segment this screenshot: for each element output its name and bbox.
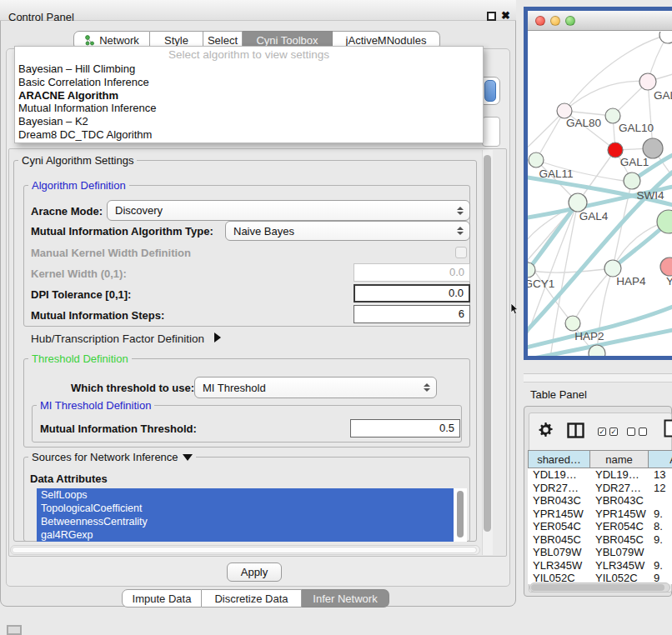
kernel-width-field[interactable]: 0.0 xyxy=(354,263,470,282)
algorithm-option[interactable]: Bayesian – Hill Climbing xyxy=(15,62,483,76)
window-zoom-button[interactable] xyxy=(565,16,575,26)
network-node[interactable] xyxy=(659,32,672,43)
combo-arrows-icon xyxy=(457,227,464,235)
table-cell[interactable]: YDL19… xyxy=(590,468,649,482)
algorithm-popup-list: Bayesian – Hill ClimbingBasic Correlatio… xyxy=(15,62,483,142)
export-table-icon[interactable] xyxy=(664,419,672,441)
table-cell[interactable]: YBR043C xyxy=(590,494,649,508)
hub-section-toggle[interactable]: Hub/Transcription Factor Definition xyxy=(31,332,221,345)
deselect-all-checkbox-icon[interactable] xyxy=(627,428,635,436)
window-minimize-button[interactable] xyxy=(550,16,560,26)
table-row[interactable]: YDL19…YDL19…13 xyxy=(528,468,672,482)
column-header-shared-name[interactable]: shared… xyxy=(528,450,590,468)
algorithm-option[interactable]: ARACNE Algorithm xyxy=(15,89,483,102)
settings-hscroll-thumb[interactable] xyxy=(12,547,477,553)
select-all-checkbox-icon[interactable]: ✓ xyxy=(598,428,606,436)
apply-button[interactable]: Apply xyxy=(227,562,282,582)
network-node[interactable] xyxy=(604,260,621,277)
table-cell[interactable]: YDR27… xyxy=(590,482,649,495)
which-threshold-combo[interactable]: MI Threshold xyxy=(194,377,437,398)
network-node[interactable] xyxy=(660,258,672,276)
table-cell[interactable]: 9. xyxy=(649,533,672,547)
network-edge xyxy=(528,111,564,152)
table-cell[interactable]: YLR345W xyxy=(590,559,649,572)
table-cell[interactable]: 9. xyxy=(649,559,672,572)
algorithm-option[interactable]: Basic Correlation Inference xyxy=(15,76,483,89)
table-cell[interactable] xyxy=(649,546,672,559)
table-cell[interactable]: YBR045C xyxy=(590,533,649,547)
manual-kernel-checkbox[interactable] xyxy=(455,247,467,258)
table-cell[interactable]: YPR145W xyxy=(590,508,649,521)
table-cell[interactable]: YDR27… xyxy=(528,482,590,495)
network-node-label: HAP4 xyxy=(616,275,646,288)
column-header-a[interactable]: A xyxy=(649,450,672,468)
table-row[interactable]: YER054CYER054C8. xyxy=(528,520,672,533)
show-columns-icon[interactable] xyxy=(567,422,584,442)
table-settings-gear-icon[interactable] xyxy=(538,422,554,441)
algorithm-option[interactable]: Mutual Information Inference xyxy=(15,102,483,115)
table-cell[interactable]: YER054C xyxy=(528,520,590,533)
attribute-list-item[interactable]: gal4RGexp xyxy=(37,528,454,542)
combo-spinner-button[interactable] xyxy=(484,80,496,102)
attribute-list-item[interactable]: BetweennessCentrality xyxy=(37,515,454,528)
dpi-tolerance-field[interactable]: 0.0 xyxy=(354,284,470,302)
tab-discretize-data[interactable]: Discretize Data xyxy=(202,589,302,608)
table-panel-title: Table Panel xyxy=(530,388,587,401)
table-cell[interactable]: 12 xyxy=(649,482,672,495)
table-cell[interactable]: YBL079W xyxy=(528,546,590,559)
table-row[interactable]: YBR045CYBR045C9. xyxy=(528,533,672,547)
table-row[interactable]: YBL079WYBL079W xyxy=(528,546,672,559)
attributes-vscroll-thumb[interactable] xyxy=(457,491,464,538)
algorithm-option[interactable]: Bayesian – K2 xyxy=(15,115,483,128)
tab-impute-data[interactable]: Impute Data xyxy=(122,589,202,608)
table-cell[interactable]: YBL079W xyxy=(590,546,649,559)
algorithm-option[interactable]: Dream8 DC_TDC Algorithm xyxy=(15,128,483,142)
attribute-list-item[interactable]: SelfLoops xyxy=(37,488,454,502)
algorithm-popup-placeholder: Select algorithm to view settings xyxy=(15,47,483,62)
table-cell[interactable]: YBR043C xyxy=(528,494,590,508)
table-cell[interactable]: 9. xyxy=(649,508,672,521)
table-cell[interactable] xyxy=(649,494,672,508)
close-panel-icon[interactable]: ✖ xyxy=(501,9,510,22)
network-node-label: GAL80 xyxy=(566,117,601,129)
table-row[interactable]: YBR043CYBR043C xyxy=(528,494,672,508)
table-cell[interactable]: YDL19… xyxy=(528,468,590,482)
network-node[interactable] xyxy=(624,172,640,189)
mi-threshold-label: Mutual Information Threshold: xyxy=(40,422,197,435)
select-all-checkbox-icon-2[interactable]: ✓ xyxy=(609,428,618,436)
table-row[interactable]: YDR27…YDR27…12 xyxy=(528,482,672,495)
table-cell[interactable]: YBR045C xyxy=(528,533,590,547)
network-node[interactable] xyxy=(565,316,580,331)
network-node-label: Y xyxy=(666,275,672,288)
algorithm-definition-title: Algorithm Definition xyxy=(28,180,129,192)
network-node[interactable] xyxy=(569,193,587,212)
float-panel-icon[interactable] xyxy=(487,12,496,21)
attributes-list[interactable]: SelfLoopsTopologicalCoefficientBetweenne… xyxy=(37,488,467,542)
deselect-all-checkbox-icon-2[interactable] xyxy=(639,428,647,436)
table-row[interactable]: YLR345WYLR345W9. xyxy=(528,559,672,572)
tab-infer-network[interactable]: Infer Network xyxy=(302,589,389,608)
table-body: YDL19…YDL19…13YDR27…YDR27…12YBR043CYBR04… xyxy=(528,468,672,584)
table-cell[interactable]: 13 xyxy=(649,468,672,482)
table-row[interactable]: YPR145WYPR145W9. xyxy=(528,508,672,521)
network-window-titlebar[interactable] xyxy=(528,11,672,31)
column-header-name[interactable]: name xyxy=(590,450,649,468)
window-close-button[interactable] xyxy=(535,16,545,26)
table-cell[interactable]: YPR145W xyxy=(528,508,590,521)
network-canvas[interactable]: GALGAL80GAL10GAL1GAL11SWI4GAL4HAP4YGCY1H… xyxy=(528,32,672,356)
table-cell[interactable]: YLR345W xyxy=(528,559,590,572)
network-node[interactable] xyxy=(639,73,656,90)
table-cell[interactable]: YER054C xyxy=(590,520,649,533)
table-cell[interactable]: 8. xyxy=(649,520,672,533)
mi-threshold-field[interactable]: 0.5 xyxy=(350,419,460,438)
mi-type-combo[interactable]: Naive Bayes xyxy=(225,221,470,241)
table-hscroll-thumb[interactable] xyxy=(531,584,664,591)
attribute-list-item[interactable]: TopologicalCoefficient xyxy=(37,502,454,515)
sources-title[interactable]: Sources for Network Inference xyxy=(28,452,196,463)
network-node[interactable] xyxy=(529,152,544,168)
network-node-label: GAL4 xyxy=(579,210,609,222)
minimized-panel-icon[interactable] xyxy=(7,625,22,635)
settings-vscroll-thumb[interactable] xyxy=(484,155,491,532)
mi-steps-field[interactable]: 6 xyxy=(354,305,470,323)
aracne-mode-combo[interactable]: Discovery xyxy=(107,200,470,221)
